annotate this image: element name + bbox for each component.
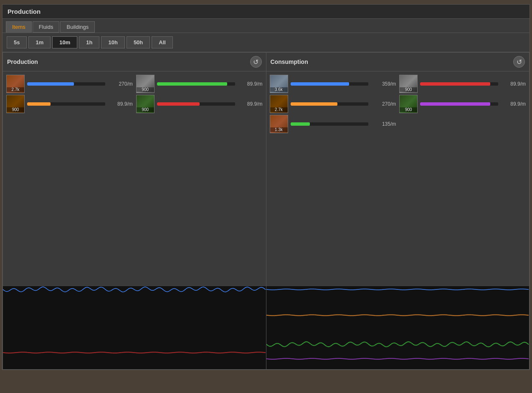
- window-title: Production: [8, 8, 41, 15]
- consumption-rate-1: 89.9/m: [501, 81, 526, 87]
- consumption-item-3: 900 89.9/m: [399, 95, 526, 113]
- consumption-icon-0: 3.6k: [270, 75, 288, 93]
- production-items-grid: 2.7k 270/m 900: [6, 75, 263, 113]
- panels: Production ↺ 2.7k 270/m: [3, 52, 529, 370]
- production-bar-3: [157, 102, 235, 106]
- production-item-1: 900 89.9/m: [136, 75, 263, 93]
- production-item-0: 2.7k 270/m: [6, 75, 133, 93]
- tabs-row: Items Fluids Buildings: [3, 19, 529, 33]
- consumption-rate-2: 270/m: [371, 101, 396, 107]
- consumption-item-4: 1.3k 135/m: [270, 115, 396, 133]
- time-row: 5s 1m 10m 1h 10h 50h All: [3, 33, 529, 52]
- production-bar-2: [27, 102, 105, 106]
- production-content: 2.7k 270/m 900: [3, 71, 266, 286]
- consumption-rate-3: 89.9/m: [501, 101, 526, 107]
- consumption-canvas: [266, 286, 529, 369]
- production-icon-1: 900: [136, 75, 155, 93]
- production-title: Production: [7, 58, 38, 65]
- consumption-title: Consumption: [271, 58, 308, 65]
- consumption-icon-1: 900: [399, 75, 418, 93]
- production-rate-3: 89.9/m: [238, 101, 263, 107]
- production-item-2: 900 89.9/m: [6, 95, 133, 113]
- title-bar: Production: [3, 5, 529, 19]
- consumption-bar-4: [291, 122, 369, 126]
- consumption-icon-3: 900: [399, 95, 418, 113]
- production-window: Production Items Fluids Buildings 5s 1m …: [2, 4, 530, 370]
- production-icon-3: 900: [136, 95, 155, 113]
- tab-items[interactable]: Items: [6, 21, 32, 33]
- production-canvas: [3, 286, 266, 369]
- consumption-bar-2: [291, 102, 369, 106]
- tab-buildings[interactable]: Buildings: [60, 21, 95, 33]
- tab-fluids[interactable]: Fluids: [33, 21, 60, 33]
- consumption-icon-2: 2.7k: [270, 95, 288, 113]
- consumption-item-0: 3.6k 359/m: [270, 75, 396, 93]
- consumption-bar-1: [420, 82, 498, 86]
- time-1m[interactable]: 1m: [28, 36, 51, 48]
- production-item-3: 900 89.9/m: [136, 95, 263, 113]
- time-10m[interactable]: 10m: [52, 36, 77, 48]
- consumption-items-grid: 3.6k 359/m 900: [270, 75, 526, 133]
- production-rate-0: 270/m: [108, 81, 133, 87]
- time-1h[interactable]: 1h: [79, 36, 99, 48]
- production-bar-1: [157, 82, 235, 86]
- consumption-item-1: 900 89.9/m: [399, 75, 526, 93]
- consumption-chart: [266, 286, 529, 369]
- production-bar-0: [27, 82, 105, 86]
- production-panel: Production ↺ 2.7k 270/m: [3, 52, 266, 370]
- consumption-bar-0: [291, 82, 369, 86]
- production-reset-button[interactable]: ↺: [250, 56, 262, 68]
- consumption-icon-4: 1.3k: [270, 115, 288, 133]
- time-50h[interactable]: 50h: [127, 36, 150, 48]
- time-all[interactable]: All: [152, 36, 173, 48]
- consumption-item-2: 2.7k 270/m: [270, 95, 396, 113]
- production-rate-1: 89.9/m: [238, 81, 263, 87]
- production-icon-2: 900: [6, 95, 25, 113]
- time-10h[interactable]: 10h: [101, 36, 124, 48]
- production-chart: [3, 286, 266, 369]
- production-rate-2: 89.9/m: [108, 101, 133, 107]
- consumption-header: Consumption ↺: [266, 53, 529, 71]
- production-header: Production ↺: [3, 53, 266, 71]
- consumption-bar-3: [420, 102, 498, 106]
- consumption-rate-0: 359/m: [371, 81, 396, 87]
- consumption-rate-4: 135/m: [371, 121, 396, 127]
- consumption-panel: Consumption ↺ 3.6k 359/m: [266, 52, 530, 370]
- consumption-content: 3.6k 359/m 900: [266, 71, 529, 286]
- time-5s[interactable]: 5s: [7, 36, 27, 48]
- production-icon-0: 2.7k: [6, 75, 25, 93]
- consumption-reset-button[interactable]: ↺: [513, 56, 525, 68]
